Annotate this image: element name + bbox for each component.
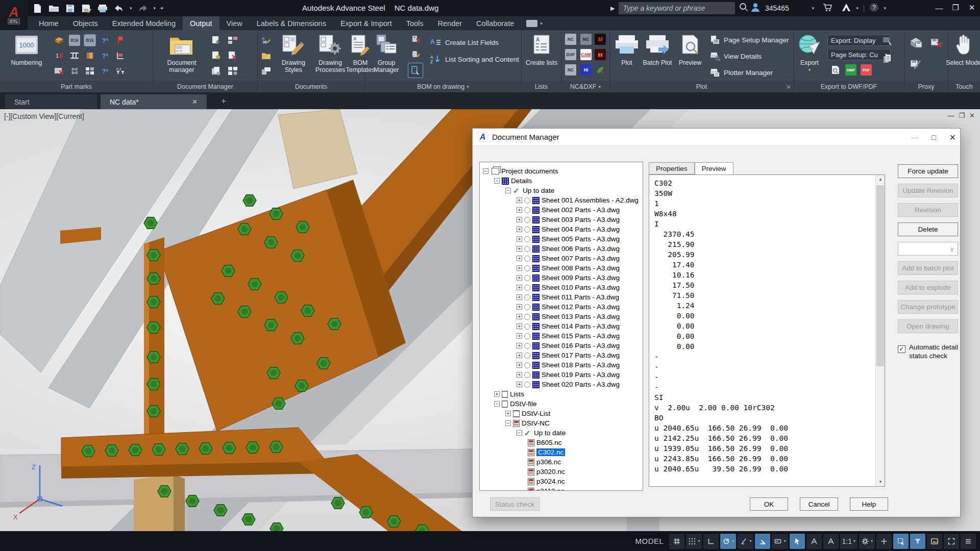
- tree-item[interactable]: −DStV-NC: [480, 418, 643, 428]
- create-lists-button[interactable]: A Create lists: [522, 32, 561, 66]
- tree-item[interactable]: +Sheet 016 Parts - A3.dwg: [480, 341, 643, 350]
- numbering-button[interactable]: 1000 Numbering: [7, 32, 46, 66]
- proxy-save-icon[interactable]: [909, 35, 924, 51]
- tekla-export-icon[interactable]: ▮▮: [594, 48, 606, 61]
- undo-icon[interactable]: [113, 3, 125, 14]
- batch-plot-button[interactable]: Batch Plot: [642, 32, 673, 66]
- dxf-files-icon[interactable]: DXF: [565, 48, 577, 61]
- user-caret-icon[interactable]: ▾: [812, 6, 815, 11]
- tree-expander-icon[interactable]: +: [517, 353, 522, 358]
- change-prototype-button[interactable]: Change prototype: [898, 300, 958, 314]
- export-button[interactable]: Export ▾: [794, 32, 825, 73]
- status-selection-icon[interactable]: [893, 534, 909, 549]
- status-angle-icon[interactable]: [755, 534, 770, 549]
- tree-item-label[interactable]: p306.nc: [536, 458, 561, 466]
- tree-item[interactable]: p3020.nc: [480, 467, 643, 477]
- tree-item-label[interactable]: Details: [511, 177, 532, 185]
- proxy-disable-icon[interactable]: [909, 57, 924, 72]
- tree-item[interactable]: +Sheet 015 Parts - A3.dwg: [480, 331, 643, 341]
- viewport-restore-icon[interactable]: ❐: [959, 112, 965, 119]
- save-icon[interactable]: [64, 3, 76, 14]
- check-numbering-icon[interactable]: ?³: [99, 34, 111, 46]
- viewport-close-icon[interactable]: ✕: [969, 112, 975, 119]
- tab-nc-data[interactable]: NC data* ✕: [101, 94, 207, 109]
- scrollbar-thumb[interactable]: [876, 185, 884, 366]
- tree-expander-icon[interactable]: −: [505, 188, 511, 193]
- redo-caret-icon[interactable]: ▾: [154, 6, 156, 11]
- list-pencil-icon[interactable]: A: [260, 34, 272, 46]
- tree-item-label[interactable]: p3112.nc: [536, 487, 565, 491]
- check-marks-icon[interactable]: ?³: [99, 49, 111, 62]
- export-selection-icon[interactable]: [881, 35, 894, 47]
- tree-item-label[interactable]: Sheet 015 Parts - A3.dwg: [542, 332, 620, 340]
- tree-item[interactable]: −DStV-file: [480, 399, 643, 409]
- tree-expander-icon[interactable]: +: [505, 411, 511, 416]
- tree-item[interactable]: +Sheet 018 Parts - A3.dwg: [480, 360, 643, 370]
- tree-item[interactable]: +Sheet 010 Parts - A3.dwg: [480, 283, 643, 292]
- save-as-icon[interactable]: [81, 3, 92, 14]
- tab-close-icon[interactable]: ✕: [192, 98, 198, 106]
- folder-pencil-icon[interactable]: [260, 49, 272, 62]
- revision-button[interactable]: Revision: [898, 203, 958, 217]
- cam-export-icon[interactable]: CAM: [580, 48, 592, 61]
- viewport-minimize-icon[interactable]: —: [947, 112, 954, 119]
- tree-expander-icon[interactable]: +: [517, 197, 522, 203]
- corner-mark-icon[interactable]: [114, 49, 127, 62]
- tree-expander-icon[interactable]: +: [517, 304, 522, 310]
- tree-expander-icon[interactable]: +: [517, 343, 522, 348]
- status-fullscreen-icon[interactable]: [944, 534, 959, 549]
- tree-item-label[interactable]: Sheet 017 Parts - A3.dwg: [542, 352, 620, 359]
- nc-settings-icon[interactable]: NC: [565, 64, 577, 76]
- tree-expander-icon[interactable]: +: [494, 391, 500, 397]
- documents-process-icon[interactable]: [210, 65, 223, 77]
- tree-expander-icon[interactable]: +: [517, 217, 522, 222]
- tree-item[interactable]: +Sheet 006 Parts - A3.dwg: [480, 244, 643, 254]
- tree-item[interactable]: +Sheet 003 Parts - A3.dwg: [480, 215, 643, 224]
- open-drawing-button[interactable]: Open drawing: [898, 319, 958, 333]
- tree-expander-icon[interactable]: +: [517, 285, 522, 290]
- bom-insert-icon[interactable]: [408, 63, 423, 78]
- tree-item-label[interactable]: Sheet 008 Parts - A3.dwg: [542, 264, 620, 272]
- tree-item[interactable]: C302.nc: [480, 447, 643, 457]
- plot-button[interactable]: Plot: [612, 32, 642, 66]
- document-tree[interactable]: −Project documents−Details−✓Up to date+S…: [479, 162, 643, 491]
- new-tab-button[interactable]: ＋: [219, 96, 228, 107]
- documents-grid-icon[interactable]: [227, 65, 239, 77]
- tree-item[interactable]: +Sheet 002 Parts - A3.dwg: [480, 205, 643, 215]
- leaf-export-icon[interactable]: [594, 64, 606, 76]
- status-annot1-icon[interactable]: [806, 534, 822, 549]
- ribbon-tab-output[interactable]: Output: [183, 16, 219, 30]
- tree-item[interactable]: −Project documents: [480, 166, 643, 176]
- status-check-button[interactable]: Status check: [490, 497, 540, 511]
- tree-expander-icon[interactable]: +: [517, 265, 522, 271]
- status-model[interactable]: MODEL: [633, 534, 668, 549]
- checkbox-icon[interactable]: ✓: [898, 345, 905, 353]
- tree-item[interactable]: +Sheet 001 Assemblies - A2.dwg: [480, 195, 643, 205]
- tree-expander-icon[interactable]: +: [517, 256, 522, 261]
- delete-document-icon[interactable]: [227, 49, 239, 62]
- select-mode-button[interactable]: Select Mode: [944, 32, 980, 66]
- tree-item[interactable]: −✓Up to date: [480, 428, 643, 438]
- help-caret-icon[interactable]: ▾: [884, 6, 886, 11]
- ribbon-tab-objects[interactable]: Objects: [66, 16, 105, 30]
- tree-expander-icon[interactable]: +: [517, 323, 522, 329]
- tab-properties[interactable]: Properties: [649, 162, 695, 174]
- app-store-cart-icon[interactable]: [823, 3, 832, 13]
- tree-item-label[interactable]: Sheet 010 Parts - A3.dwg: [542, 284, 620, 291]
- signed-in-user[interactable]: 345465: [765, 4, 789, 12]
- tree-item-label[interactable]: Sheet 002 Parts - A3.dwg: [542, 206, 620, 214]
- tree-item[interactable]: p306.nc: [480, 457, 643, 467]
- create-list-fields-item[interactable]: A Create List Fields: [430, 38, 499, 46]
- tree-item-label[interactable]: Sheet 005 Parts - A3.dwg: [542, 235, 620, 243]
- status-graphics-icon[interactable]: [927, 534, 942, 549]
- ribbon-tab-home[interactable]: Home: [32, 16, 66, 30]
- renumber-icon[interactable]: 0 2: [114, 65, 127, 77]
- list-sorting-item[interactable]: AZ List Sorting and Content: [430, 55, 519, 64]
- m-export-icon[interactable]: M: [594, 33, 606, 45]
- tree-item[interactable]: +Sheet 008 Parts - A3.dwg: [480, 263, 643, 273]
- tree-item[interactable]: +Sheet 007 Parts - A3.dwg: [480, 254, 643, 263]
- tab-preview[interactable]: Preview: [695, 162, 733, 174]
- open-folder-icon[interactable]: [48, 3, 59, 14]
- ribbon-tab-render[interactable]: Render: [431, 16, 470, 30]
- tree-item[interactable]: +Sheet 009 Parts - A3.dwg: [480, 273, 643, 283]
